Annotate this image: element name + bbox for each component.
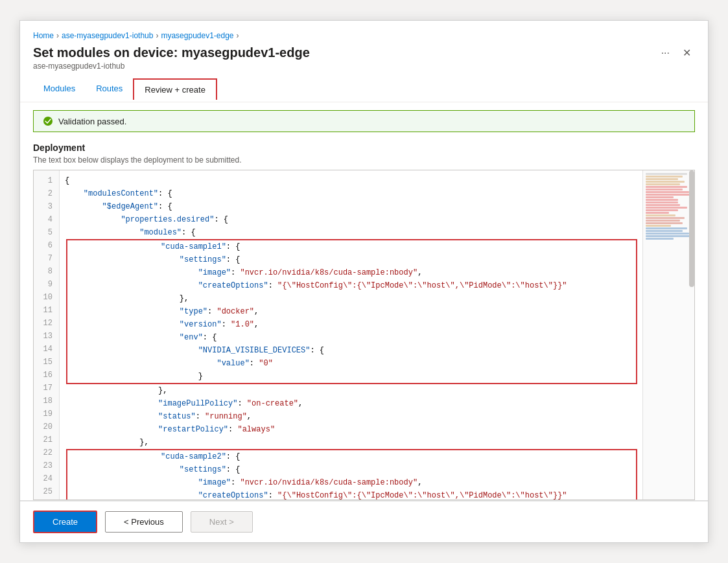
breadcrumb-sep3: › [237, 31, 239, 40]
code-line-12: "version": "1.0", [66, 318, 637, 331]
breadcrumb-device[interactable]: myasegpudev1-edge [161, 31, 233, 40]
code-line-6: "cuda-sample1": { [66, 239, 637, 253]
code-line-13: "env": { [66, 331, 637, 344]
code-line-22: "cuda-sample2": { [66, 449, 637, 463]
code-line-2: "modulesContent": { [65, 187, 637, 200]
code-line-10: }, [66, 292, 637, 305]
tab-modules[interactable]: Modules [33, 78, 86, 100]
title-row: Set modules on device: myasegpudev1-edge… [33, 45, 695, 60]
code-editor-wrapper: 12345 678910 1112131415 1617181920 21222… [33, 170, 695, 500]
tab-review-create[interactable]: Review + create [133, 78, 217, 100]
breadcrumb-sep1: › [56, 31, 59, 40]
code-editor[interactable]: 12345 678910 1112131415 1617181920 21222… [33, 170, 695, 500]
scrollbar-thumb[interactable] [689, 170, 694, 287]
code-line-23: "settings": { [66, 463, 637, 476]
code-line-15: "value": "0" [66, 357, 637, 370]
title-icons: ··· ✕ [657, 45, 695, 60]
code-line-9: "createOptions": "{\"HostConfig\":{\"Ipc… [66, 279, 637, 292]
breadcrumb-sep2: › [156, 31, 158, 40]
code-line-16: } [66, 370, 637, 384]
code-line-8: "image": "nvcr.io/nvidia/k8s/cuda-sample… [66, 266, 637, 279]
page-title: Set modules on device: myasegpudev1-edge [33, 45, 310, 60]
code-line-7: "settings": { [66, 253, 637, 266]
code-line-25: "createOptions": "{\"HostConfig\":{\"Ipc… [66, 489, 637, 500]
code-line-1: { [65, 174, 637, 187]
code-line-17: }, [65, 384, 637, 397]
line-numbers: 12345 678910 1112131415 1617181920 21222… [34, 170, 60, 500]
previous-button[interactable]: < Previous [105, 511, 183, 533]
tabs: Modules Routes Review + create [33, 78, 695, 99]
code-line-19: "status": "running", [65, 410, 637, 423]
code-line-21: }, [65, 436, 637, 449]
code-line-4: "properties.desired": { [65, 213, 637, 226]
tab-routes[interactable]: Routes [86, 78, 133, 100]
code-line-18: "imagePullPolicy": "on-create", [65, 397, 637, 410]
breadcrumb-home[interactable]: Home [33, 31, 54, 40]
code-line-11: "type": "docker", [66, 305, 637, 318]
code-line-3: "$edgeAgent": { [65, 200, 637, 213]
breadcrumb-hub[interactable]: ase-myasegpudev1-iothub [62, 31, 153, 40]
deployment-description: The text box below displays the deployme… [33, 155, 695, 165]
code-content[interactable]: { "modulesContent": { "$edgeAgent": { "p… [60, 170, 642, 500]
check-icon [43, 116, 53, 126]
footer: Create < Previous Next > [20, 500, 708, 542]
validation-banner: Validation passed. [33, 110, 695, 132]
window-header: Home › ase-myasegpudev1-iothub › myasegp… [20, 21, 708, 102]
deployment-title: Deployment [33, 143, 695, 153]
minimap [642, 170, 694, 500]
next-button: Next > [191, 511, 253, 533]
main-window: Home › ase-myasegpudev1-iothub › myasegp… [19, 20, 709, 543]
breadcrumb: Home › ase-myasegpudev1-iothub › myasegp… [33, 31, 695, 40]
create-button[interactable]: Create [33, 511, 97, 533]
code-line-20: "restartPolicy": "always" [65, 423, 637, 436]
subtitle: ase-myasegpudev1-iothub [33, 62, 695, 71]
ellipsis-button[interactable]: ··· [657, 46, 674, 60]
code-line-14: "NVIDIA_VISIBLE_DEVICES": { [66, 344, 637, 357]
svg-point-0 [43, 117, 53, 126]
code-line-5: "modules": { [65, 226, 637, 239]
validation-message: Validation passed. [58, 117, 126, 126]
code-line-24: "image": "nvcr.io/nvidia/k8s/cuda-sample… [66, 476, 637, 489]
content-area: Validation passed. Deployment The text b… [20, 102, 708, 500]
close-button[interactable]: ✕ [679, 45, 695, 60]
